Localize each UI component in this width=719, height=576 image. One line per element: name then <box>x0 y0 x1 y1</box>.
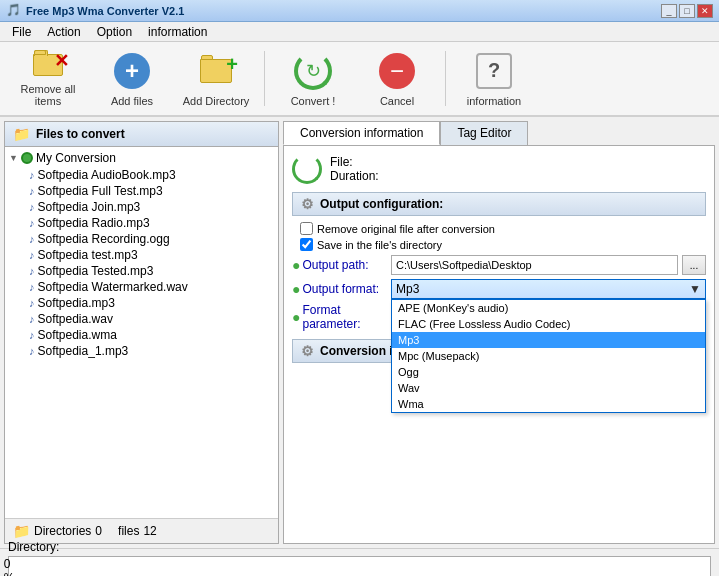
file-info-row: File: Duration: <box>292 154 706 184</box>
remove-all-icon: ✕ <box>28 50 68 79</box>
list-item[interactable]: ♪ Softpedia test.mp3 <box>27 247 276 263</box>
left-panel: 📁 Files to convert ▼ My Conversion ♪ Sof… <box>4 121 279 544</box>
information-button[interactable]: ? information <box>454 46 534 111</box>
file-icon: ♪ <box>29 169 35 181</box>
file-icon: ♪ <box>29 201 35 213</box>
output-format-dropdown[interactable]: Mp3 ▼ <box>391 279 706 299</box>
file-list: ♪ Softpedia AudioBook.mp3 ♪ Softpedia Fu… <box>7 167 276 359</box>
information-label: information <box>467 95 521 107</box>
file-tree[interactable]: ▼ My Conversion ♪ Softpedia AudioBook.mp… <box>5 147 278 518</box>
list-item[interactable]: ♪ Softpedia Full Test.mp3 <box>27 183 276 199</box>
app-icon: 🎵 <box>6 3 22 19</box>
cancel-label: Cancel <box>380 95 414 107</box>
file-name: Softpedia Watermarked.wav <box>38 280 188 294</box>
file-name: Softpedia Tested.mp3 <box>38 264 154 278</box>
dropdown-option-mp3[interactable]: Mp3 <box>392 332 705 348</box>
tree-root[interactable]: ▼ My Conversion <box>7 149 276 167</box>
information-icon: ? <box>474 51 514 91</box>
list-item[interactable]: ♪ Softpedia Watermarked.wav <box>27 279 276 295</box>
list-item[interactable]: ♪ Softpedia Tested.mp3 <box>27 263 276 279</box>
output-path-label: ● Output path: <box>292 257 387 273</box>
menu-information[interactable]: information <box>140 23 215 41</box>
file-name: Softpedia.mp3 <box>38 296 115 310</box>
output-config-title: Output configuration: <box>320 197 443 211</box>
list-item[interactable]: ♪ Softpedia.mp3 <box>27 295 276 311</box>
list-item[interactable]: ♪ Softpedia Radio.mp3 <box>27 215 276 231</box>
dropdown-option-ogg[interactable]: Ogg <box>392 364 705 380</box>
files-label: files <box>118 524 139 538</box>
close-button[interactable]: ✕ <box>697 4 713 18</box>
output-path-browse-button[interactable]: ... <box>682 255 706 275</box>
convert-button[interactable]: ↻ Convert ! <box>273 46 353 111</box>
output-format-dropdown-wrapper: Mp3 ▼ APE (MonKey's audio) FLAC (Free Lo… <box>391 279 706 299</box>
tree-root-label: My Conversion <box>36 151 116 165</box>
tabs: Conversion information Tag Editor <box>283 121 715 145</box>
file-icon: ♪ <box>29 281 35 293</box>
save-in-dir-checkbox[interactable] <box>300 238 313 251</box>
list-item[interactable]: ♪ Softpedia.wav <box>27 311 276 327</box>
root-circle-icon <box>21 152 33 164</box>
progress-section: Directory: 0 % <box>8 540 711 577</box>
save-in-dir-row: Save in the file's directory <box>300 238 706 251</box>
add-directory-button[interactable]: + Add Directory <box>176 46 256 111</box>
list-item[interactable]: ♪ Softpedia_1.mp3 <box>27 343 276 359</box>
menu-action[interactable]: Action <box>39 23 88 41</box>
dropdown-list: APE (MonKey's audio) FLAC (Free Lossless… <box>391 299 706 413</box>
right-panel: Conversion information Tag Editor File: … <box>283 121 715 544</box>
add-directory-label: Add Directory <box>183 95 250 107</box>
convert-label: Convert ! <box>291 95 336 107</box>
dropdown-option-mpc[interactable]: Mpc (Musepack) <box>392 348 705 364</box>
save-in-dir-label: Save in the file's directory <box>317 239 442 251</box>
remove-all-label: Remove all items <box>12 83 84 107</box>
file-icon: ♪ <box>29 185 35 197</box>
cancel-button[interactable]: − Cancel <box>357 46 437 111</box>
list-item[interactable]: ♪ Softpedia.wma <box>27 327 276 343</box>
remove-original-checkbox[interactable] <box>300 222 313 235</box>
menu-file[interactable]: File <box>4 23 39 41</box>
dropdown-option-wav[interactable]: Wav <box>392 380 705 396</box>
file-name: Softpedia AudioBook.mp3 <box>38 168 176 182</box>
list-item[interactable]: ♪ Softpedia AudioBook.mp3 <box>27 167 276 183</box>
output-path-input[interactable] <box>391 255 678 275</box>
convert-status-icon <box>292 154 322 184</box>
menu-bar: File Action Option information <box>0 22 719 42</box>
status-bar: Directory: 0 % <box>0 548 719 576</box>
maximize-button[interactable]: □ <box>679 4 695 18</box>
expand-arrow: ▼ <box>9 153 18 163</box>
toolbar-separator-1 <box>264 51 265 106</box>
minimize-button[interactable]: _ <box>661 4 677 18</box>
add-directory-icon: + <box>196 51 236 91</box>
dropdown-option-wma[interactable]: Wma <box>392 396 705 412</box>
remove-original-label: Remove original file after conversion <box>317 223 495 235</box>
dropdown-option-flac[interactable]: FLAC (Free Lossless Audio Codec) <box>392 316 705 332</box>
output-format-row: ● Output format: Mp3 ▼ APE (MonKey's aud… <box>292 279 706 299</box>
progress-percent: 0 % <box>4 557 15 577</box>
format-param-label: ● Format parameter: <box>292 303 387 331</box>
title-bar-buttons: _ □ ✕ <box>661 4 713 18</box>
file-name: Softpedia Recording.ogg <box>38 232 170 246</box>
remove-all-button[interactable]: ✕ Remove all items <box>8 46 88 111</box>
file-name: Softpedia_1.mp3 <box>38 344 129 358</box>
menu-option[interactable]: Option <box>89 23 140 41</box>
add-files-button[interactable]: + Add files <box>92 46 172 111</box>
files-count: files 12 <box>118 523 157 539</box>
list-item[interactable]: ♪ Softpedia Join.mp3 <box>27 199 276 215</box>
left-panel-header: 📁 Files to convert <box>5 122 278 147</box>
directories-count: 📁 Directories 0 <box>13 523 102 539</box>
dropdown-arrow-icon: ▼ <box>689 282 701 296</box>
dropdown-option-ape[interactable]: APE (MonKey's audio) <box>392 300 705 316</box>
file-name: Softpedia Radio.mp3 <box>38 216 150 230</box>
file-icon: ♪ <box>29 297 35 309</box>
file-info-text: File: Duration: <box>330 155 379 183</box>
dropdown-selected-value: Mp3 <box>396 282 419 296</box>
list-item[interactable]: ♪ Softpedia Recording.ogg <box>27 231 276 247</box>
file-icon: ♪ <box>29 313 35 325</box>
main-content: 📁 Files to convert ▼ My Conversion ♪ Sof… <box>0 117 719 548</box>
file-name: Softpedia.wma <box>38 328 117 342</box>
file-icon: ♪ <box>29 249 35 261</box>
title-bar-text: Free Mp3 Wma Converter V2.1 <box>26 5 661 17</box>
footer-folder-icon: 📁 <box>13 523 30 539</box>
tab-conversion-info[interactable]: Conversion information <box>283 121 440 145</box>
tab-tag-editor[interactable]: Tag Editor <box>440 121 528 145</box>
remove-original-row: Remove original file after conversion <box>300 222 706 235</box>
